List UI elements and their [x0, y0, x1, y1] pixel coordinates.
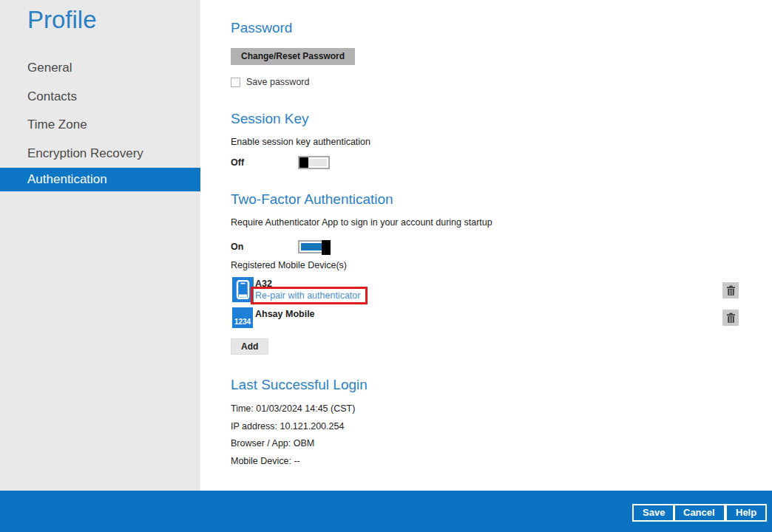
sidebar-item-contacts[interactable]: Contacts: [0, 85, 200, 109]
save-password-label: Save password: [246, 77, 309, 87]
last-login-time: Time: 01/03/2024 14:45 (CST): [231, 403, 355, 414]
two-factor-toggle[interactable]: [298, 240, 330, 253]
main-content: Password Change/Reset Password Save pass…: [200, 0, 772, 491]
session-key-toggle[interactable]: [298, 156, 330, 169]
device-name: Ahsay Mobile: [255, 309, 315, 319]
footer-bar: Save Cancel Help: [0, 491, 772, 532]
save-password-row: Save password: [231, 77, 309, 87]
add-device-button[interactable]: Add: [231, 338, 268, 355]
delete-device-ahsay-mobile-button[interactable]: [722, 310, 739, 326]
sidebar-item-encryption-recovery[interactable]: Encryption Recovery: [0, 142, 200, 166]
delete-device-a32-button[interactable]: [722, 282, 739, 299]
save-password-checkbox[interactable]: [231, 78, 240, 87]
two-factor-section-heading: Two-Factor Authentication: [231, 191, 393, 208]
toggle-knob: [322, 240, 331, 255]
sidebar: Profile General Contacts Time Zone Encry…: [0, 0, 200, 491]
last-login-ip: IP address: 10.121.200.254: [231, 421, 344, 432]
trash-icon: [726, 313, 736, 323]
session-key-section-heading: Session Key: [231, 111, 309, 127]
cancel-button[interactable]: Cancel: [673, 504, 725, 522]
registered-devices-label: Registered Mobile Device(s): [231, 260, 347, 270]
last-login-mobile-device: Mobile Device: --: [231, 456, 300, 466]
save-button[interactable]: Save: [632, 504, 675, 522]
last-login-section-heading: Last Successful Login: [231, 377, 368, 393]
sidebar-item-general[interactable]: General: [0, 56, 200, 80]
page-title: Profile: [27, 6, 97, 34]
repair-authenticator-link[interactable]: Re-pair with authenticator: [255, 290, 360, 301]
toggle-knob: [299, 157, 308, 168]
last-login-browser-app: Browser / App: OBM: [231, 438, 314, 449]
sidebar-item-time-zone[interactable]: Time Zone: [0, 113, 200, 137]
passcode-icon: 1234: [232, 307, 253, 328]
sidebar-item-authentication[interactable]: Authentication: [0, 168, 200, 191]
two-factor-description: Require Authenticator App to sign in you…: [231, 217, 492, 228]
two-factor-toggle-state-label: On: [231, 242, 243, 252]
device-name: A32: [255, 279, 272, 289]
trash-icon: [726, 285, 736, 296]
session-key-toggle-state-label: Off: [231, 157, 244, 168]
session-key-description: Enable session key authentication: [231, 137, 370, 147]
help-button[interactable]: Help: [725, 504, 767, 522]
change-reset-password-button[interactable]: Change/Reset Password: [231, 48, 355, 65]
smartphone-icon: [232, 277, 254, 302]
password-section-heading: Password: [231, 20, 292, 36]
